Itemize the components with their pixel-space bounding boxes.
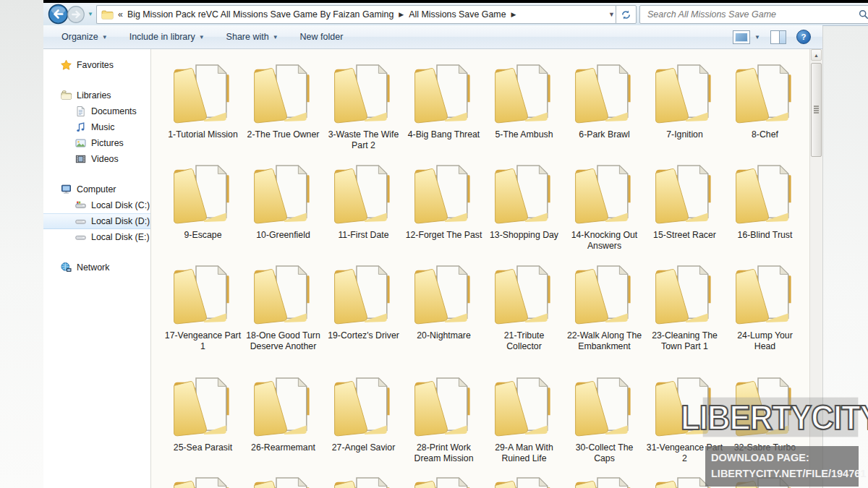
- scrollbar-thumb[interactable]: [811, 63, 822, 157]
- folder-icon: [409, 257, 478, 330]
- folder-icon: [329, 469, 398, 488]
- sidebar-item-favorites[interactable]: Favorites: [43, 57, 150, 73]
- watermark-line: DOWNLOAD PAGE:: [711, 450, 853, 466]
- address-bar[interactable]: « Big Mission Pack reVC All Missions Sav…: [96, 5, 622, 24]
- folder-item[interactable]: 10-Greenfield: [243, 157, 323, 252]
- organize-button[interactable]: Organize ▼: [57, 29, 112, 45]
- pane-divider[interactable]: [150, 48, 151, 488]
- folder-item[interactable]: 13-Shopping Day: [484, 157, 564, 252]
- folder-icon: [409, 157, 478, 229]
- logo-text-liberty: LIBERTY: [681, 397, 811, 438]
- sidebar-item-documents[interactable]: Documents: [43, 103, 150, 119]
- folder-item[interactable]: [243, 469, 323, 488]
- breadcrumb-segment[interactable]: All Missions Save Game: [409, 9, 506, 20]
- folder-name: 8-Chef: [752, 129, 778, 140]
- sidebar-group: ComputerLocal Disk (C:)Local Disk (D:)Lo…: [43, 181, 150, 245]
- forward-arrow-icon[interactable]: [67, 5, 85, 24]
- folder-item[interactable]: [484, 469, 564, 488]
- folder-icon: [169, 56, 237, 129]
- folder-name: 6-Park Brawl: [579, 129, 629, 140]
- sidebar-item-videos[interactable]: Videos: [43, 151, 150, 167]
- folder-item[interactable]: [564, 469, 644, 488]
- folder-item[interactable]: 16-Blind Trust: [725, 157, 805, 252]
- folder-item[interactable]: 20-Nightmare: [404, 257, 484, 352]
- libertycity-logo: LIBERTYCITY: [703, 398, 859, 437]
- sidebar-item-music[interactable]: Music: [43, 119, 150, 135]
- share-with-button[interactable]: Share with ▼: [222, 29, 283, 45]
- folder-item[interactable]: 2-The True Owner: [243, 56, 323, 151]
- folder-name: 1-Tutorial Mission: [168, 129, 238, 140]
- refresh-button[interactable]: [616, 5, 637, 24]
- video-icon: [75, 153, 87, 165]
- include-in-library-button[interactable]: Include in library ▼: [125, 29, 209, 45]
- breadcrumb-arrow-icon[interactable]: ▶: [399, 11, 404, 18]
- folder-item[interactable]: 6-Park Brawl: [564, 56, 644, 151]
- folder-item[interactable]: 8-Chef: [725, 56, 805, 151]
- sidebar-item-libraries[interactable]: Libraries: [43, 87, 150, 103]
- folder-item[interactable]: [163, 469, 243, 488]
- folder-item[interactable]: 24-Lump Your Head: [725, 257, 805, 352]
- folder-item[interactable]: [323, 469, 404, 488]
- sidebar-item-network[interactable]: Network: [43, 260, 150, 275]
- sidebar-item-computer[interactable]: Computer: [43, 181, 150, 197]
- search-icon[interactable]: [859, 9, 868, 20]
- folder-name: 29-A Man With Ruined Life: [486, 442, 563, 464]
- folder-item[interactable]: 25-Sea Parasit: [163, 369, 243, 464]
- folder-item[interactable]: 23-Cleaning The Town Part 1: [644, 257, 725, 352]
- nav-dropdown-icon[interactable]: ▼: [88, 11, 93, 17]
- folder-item[interactable]: 28-Print Work Dream Mission: [404, 369, 484, 464]
- sidebar-item-local-disk-c[interactable]: Local Disk (C:): [43, 197, 150, 213]
- folder-name: 2-The True Owner: [247, 129, 320, 140]
- search-input[interactable]: [646, 9, 859, 20]
- breadcrumb-overflow[interactable]: «: [118, 9, 123, 20]
- folder-item[interactable]: 15-Street Racer: [644, 157, 725, 252]
- breadcrumb-segment[interactable]: Big Mission Pack reVC All Missions Save …: [127, 9, 393, 20]
- folder-icon: [169, 369, 237, 442]
- views-icon[interactable]: [733, 30, 750, 44]
- folder-icon: [490, 469, 558, 488]
- folder-item[interactable]: 22-Walk Along The Embankment: [564, 257, 644, 352]
- folder-icon: [329, 257, 398, 330]
- folder-item[interactable]: 14-Knocking Out Answers: [564, 157, 644, 252]
- search-box[interactable]: [639, 5, 868, 24]
- sidebar-item-label: Computer: [77, 184, 116, 194]
- folder-item[interactable]: 18-One Good Turn Deserve Another: [243, 257, 323, 352]
- folder-row: 1-Tutorial Mission2-The True Owner3-Wast…: [163, 56, 805, 151]
- sidebar-item-label: Local Disk (C:): [91, 200, 150, 210]
- folder-item[interactable]: 9-Escape: [163, 157, 243, 252]
- back-arrow-icon[interactable]: [48, 4, 69, 25]
- folder-name: 15-Street Racer: [653, 230, 716, 241]
- sidebar-item-local-disk-e[interactable]: Local Disk (E:): [43, 229, 150, 245]
- folder-item[interactable]: 1-Tutorial Mission: [163, 56, 243, 151]
- folder-item[interactable]: 3-Waste The Wife Part 2: [323, 56, 404, 151]
- sidebar-item-pictures[interactable]: Pictures: [43, 135, 150, 151]
- folder-item[interactable]: 5-The Ambush: [484, 56, 564, 151]
- folder-name: 26-Rearmemant: [251, 442, 315, 453]
- sidebar-item-local-disk-d[interactable]: Local Disk (D:): [43, 213, 150, 229]
- folder-row: 9-Escape10-Greenfield11-First Date12-For…: [163, 157, 805, 252]
- preview-pane-icon[interactable]: [770, 30, 786, 44]
- picture-icon: [75, 137, 87, 149]
- folder-icon: [409, 369, 478, 442]
- views-dropdown-icon[interactable]: ▼: [754, 34, 760, 40]
- folder-item[interactable]: 12-Forget The Past: [404, 157, 484, 252]
- folder-item[interactable]: 26-Rearmemant: [243, 369, 323, 464]
- new-folder-button[interactable]: New folder: [296, 29, 348, 45]
- folder-item[interactable]: 17-Vengeance Part 1: [163, 257, 243, 352]
- folder-item[interactable]: 30-Collect The Caps: [564, 369, 644, 464]
- folder-item[interactable]: 7-Ignition: [644, 56, 725, 151]
- folder-item[interactable]: 21-Tribute Collector: [484, 257, 564, 352]
- chevron-down-icon: ▼: [273, 34, 278, 40]
- folder-item[interactable]: 11-First Date: [323, 157, 404, 252]
- scroll-up-icon[interactable]: ▲: [811, 49, 822, 61]
- folder-name: 10-Greenfield: [256, 230, 310, 241]
- folder-item[interactable]: 19-Cortez's Driver: [323, 257, 404, 352]
- folder-item[interactable]: 27-Angel Savior: [323, 369, 404, 464]
- address-bar-row: ▼ « Big Mission Pack reVC All Missions S…: [43, 3, 868, 26]
- folder-item[interactable]: 29-A Man With Ruined Life: [484, 369, 564, 464]
- breadcrumb-arrow-icon[interactable]: ▶: [511, 11, 516, 18]
- folder-name: 25-Sea Parasit: [174, 442, 232, 453]
- help-icon[interactable]: ?: [796, 30, 811, 44]
- folder-item[interactable]: 4-Big Bang Threat: [404, 56, 484, 151]
- folder-item[interactable]: [404, 469, 484, 488]
